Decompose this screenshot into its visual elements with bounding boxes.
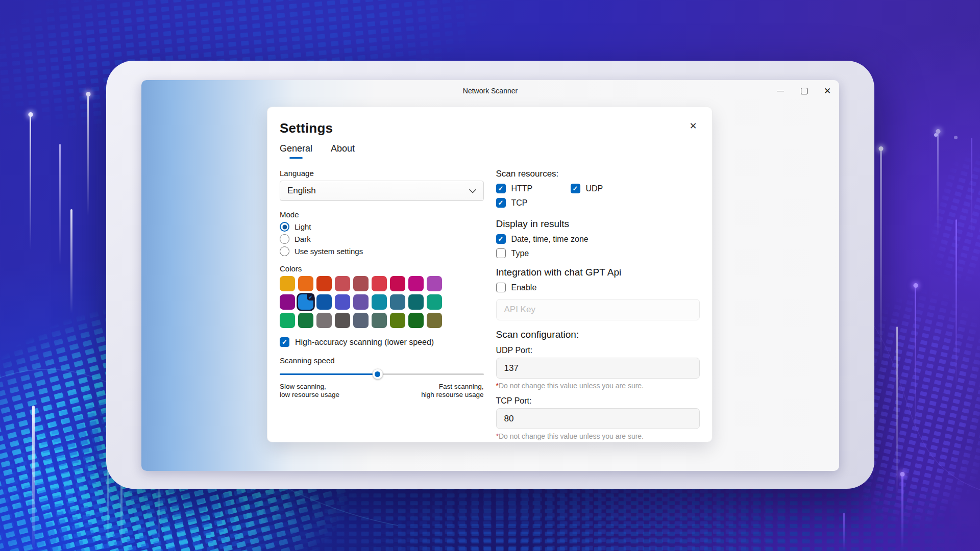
color-swatch[interactable] (390, 294, 405, 310)
color-swatch[interactable] (408, 294, 424, 310)
color-swatch[interactable] (316, 313, 332, 328)
color-swatch[interactable] (427, 276, 442, 291)
maximize-button[interactable] (796, 83, 812, 98)
color-swatch[interactable] (353, 294, 369, 310)
color-swatch[interactable] (298, 313, 313, 328)
color-swatch[interactable] (390, 276, 405, 291)
color-grid: ✓ (280, 276, 484, 328)
color-swatch[interactable] (372, 276, 387, 291)
color-swatch[interactable] (390, 313, 405, 328)
tcp-port-label: TCP Port: (496, 396, 700, 406)
radio-system[interactable]: Use system settings (280, 246, 484, 256)
color-swatch[interactable] (427, 313, 442, 328)
color-swatch[interactable] (280, 276, 295, 291)
display-in-results-label: Display in results (496, 218, 700, 230)
window-titlebar: Network Scanner ✕ (141, 80, 839, 102)
check-icon: ✓ (498, 185, 504, 192)
check-icon: ✓ (282, 339, 287, 345)
dialog-close-button[interactable]: ✕ (684, 117, 702, 135)
udp-port-warning: *Do not change this value unless you are… (496, 382, 700, 390)
checkbox-label: HTTP (511, 184, 533, 193)
checkbox-date-time-zone[interactable]: ✓ Date, time, time zone (496, 234, 700, 244)
tcp-port-input[interactable] (496, 408, 700, 429)
color-swatch[interactable] (280, 294, 295, 310)
light-beam (880, 149, 882, 363)
display-in-results-group: ✓ Date, time, time zone ✓ Type (496, 234, 700, 258)
general-left-column: Language English Mode Light Dark (280, 169, 484, 440)
device-frame: Network Scanner ✕ ✕ Settings General Abo… (106, 61, 874, 489)
checkbox-label: High-accuracy scanning (lower speed) (295, 338, 434, 347)
checkbox-label: TCP (511, 198, 528, 208)
tab-bar: General About (280, 143, 700, 159)
checkbox-box: ✓ (571, 184, 580, 193)
checkbox-http[interactable]: ✓ HTTP (496, 184, 571, 193)
udp-port-input[interactable] (496, 358, 700, 379)
check-icon: ✓ (498, 199, 504, 206)
color-swatch[interactable] (335, 276, 350, 291)
radio-label: Dark (295, 235, 311, 243)
radio-dark[interactable]: Dark (280, 234, 484, 244)
checkbox-box: ✓ (496, 248, 506, 258)
active-tab-indicator (289, 157, 303, 159)
tab-about[interactable]: About (331, 143, 355, 159)
light-beam (901, 474, 903, 551)
color-swatch[interactable] (335, 294, 350, 310)
light-beam (32, 406, 35, 551)
mode-label: Mode (280, 210, 484, 219)
tab-general[interactable]: General (280, 143, 312, 159)
language-dropdown[interactable]: English (280, 181, 484, 201)
checkbox-type[interactable]: ✓ Type (496, 248, 700, 258)
maximize-icon (801, 88, 807, 94)
slider-thumb[interactable] (372, 369, 383, 380)
checkbox-label: Enable (511, 283, 537, 292)
color-swatch[interactable] (372, 313, 387, 328)
high-accuracy-checkbox[interactable]: ✓ High-accuracy scanning (lower speed) (280, 337, 484, 347)
color-swatch[interactable] (408, 313, 424, 328)
light-beam (971, 138, 972, 240)
color-swatch[interactable] (353, 313, 369, 328)
color-swatch[interactable] (372, 294, 387, 310)
light-beam (896, 327, 898, 495)
close-icon: ✕ (824, 87, 831, 95)
gpt-integration-label: Integration with chat GPT Api (496, 267, 700, 278)
slider-min-label: Slow scanning, low resourse usage (280, 383, 339, 399)
color-swatch[interactable] (335, 313, 350, 328)
color-swatch[interactable] (298, 276, 313, 291)
slider-fill (280, 373, 378, 375)
checkbox-udp[interactable]: ✓ UDP (571, 184, 700, 193)
tcp-port-warning: *Do not change this value unless you are… (496, 432, 700, 440)
minimize-button[interactable] (773, 83, 788, 98)
color-swatch[interactable] (353, 276, 369, 291)
radio-circle (280, 234, 289, 244)
language-value: English (287, 186, 316, 196)
slider-max-label: Fast scanning, high resourse usage (421, 383, 483, 399)
light-beam (59, 144, 61, 265)
color-swatch[interactable] (408, 276, 424, 291)
scan-resources-label: Scan resources: (496, 169, 700, 179)
light-beam (30, 115, 31, 250)
tab-label: About (331, 143, 355, 154)
checkbox-gpt-enable[interactable]: ✓ Enable (496, 283, 700, 292)
close-button[interactable]: ✕ (820, 83, 835, 98)
slider-end-labels: Slow scanning, low resourse usage Fast s… (280, 383, 484, 399)
checkbox-box: ✓ (496, 184, 506, 193)
scan-configuration-label: Scan configuration: (496, 329, 700, 340)
api-key-input[interactable] (496, 299, 700, 320)
check-icon: ✓ (573, 185, 578, 192)
radio-circle (280, 222, 289, 232)
checkbox-label: UDP (586, 184, 603, 193)
language-label: Language (280, 169, 484, 178)
color-swatch[interactable] (316, 276, 332, 291)
color-swatch[interactable] (427, 294, 442, 310)
color-swatch[interactable] (316, 294, 332, 310)
color-swatch[interactable] (280, 313, 295, 328)
radio-light[interactable]: Light (280, 222, 484, 232)
radio-label: Light (295, 222, 311, 231)
colors-label: Colors (280, 264, 484, 273)
light-beam (915, 286, 916, 439)
window-controls: ✕ (773, 80, 835, 102)
check-icon: ✓ (307, 293, 314, 300)
checkbox-tcp[interactable]: ✓ TCP (496, 198, 571, 208)
scanning-speed-slider[interactable] (280, 369, 484, 380)
color-swatch[interactable]: ✓ (298, 294, 313, 310)
